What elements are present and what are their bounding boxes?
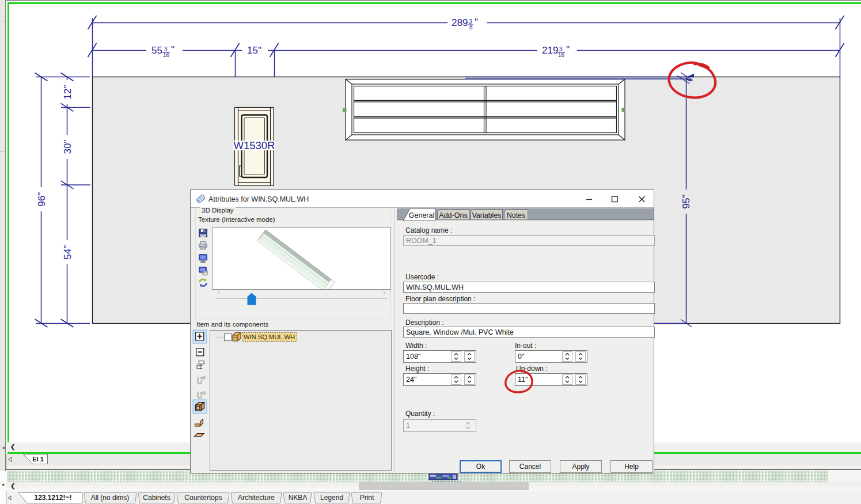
svg-text:NKBA: NKBA (289, 494, 308, 502)
svg-text:Add-Ons: Add-Ons (439, 211, 467, 219)
svg-text:16: 16 (558, 52, 565, 58)
svg-text:16: 16 (163, 52, 170, 58)
svg-text:WIN.SQ.MUL.WH: WIN.SQ.MUL.WH (244, 334, 295, 340)
svg-text:All (no dims): All (no dims) (91, 494, 130, 502)
svg-text:": " (475, 17, 478, 28)
svg-text:12": 12" (62, 85, 73, 100)
svg-text:54": 54" (62, 245, 73, 260)
svg-text:55: 55 (151, 45, 162, 56)
svg-text:123.1212!~!: 123.1212!~! (34, 494, 71, 502)
svg-text:": " (171, 44, 175, 55)
svg-text:15": 15" (247, 45, 261, 56)
svg-text:": " (566, 44, 570, 55)
svg-text:Legend: Legend (320, 494, 343, 502)
svg-text:219: 219 (542, 45, 558, 56)
svg-text:El 1: El 1 (32, 456, 44, 463)
svg-text:96": 96" (36, 192, 47, 207)
svg-text:General: General (409, 211, 434, 219)
svg-text:8: 8 (469, 24, 473, 31)
svg-text:Variables: Variables (472, 211, 501, 219)
svg-text:289: 289 (452, 17, 468, 28)
svg-text:Notes: Notes (507, 211, 526, 219)
svg-text:95": 95" (681, 195, 692, 209)
svg-text:Architecture: Architecture (238, 494, 275, 502)
svg-text:30": 30" (62, 140, 73, 154)
svg-text:Print: Print (360, 494, 374, 502)
svg-text:Countertops: Countertops (184, 494, 222, 502)
svg-text:W1530R: W1530R (234, 139, 275, 151)
svg-text:Cabinets: Cabinets (143, 494, 170, 502)
